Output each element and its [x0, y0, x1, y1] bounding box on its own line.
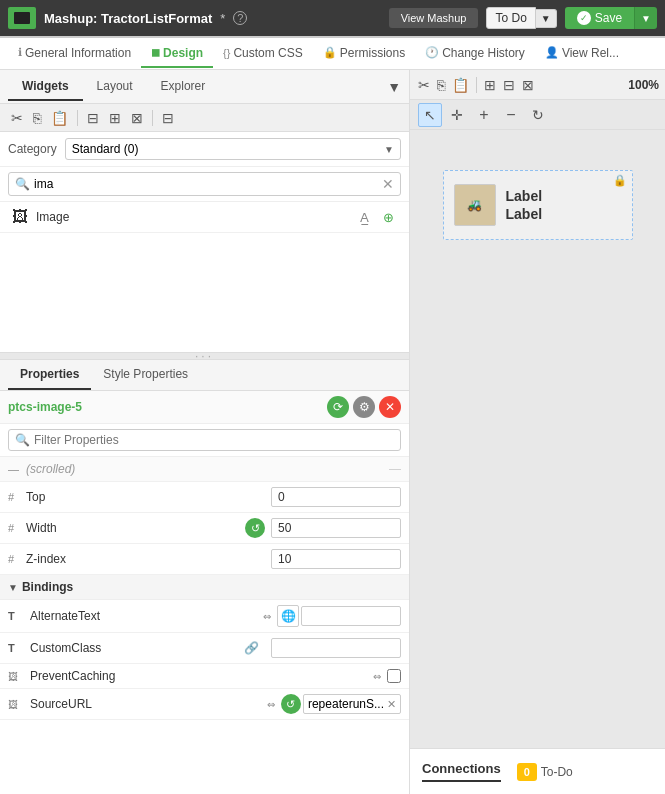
close-widget-button[interactable]: ✕	[379, 396, 401, 418]
canvas-widget[interactable]: 🚜 Label Label 🔒	[443, 170, 633, 240]
header-title: Mashup: TractorListFormat	[44, 11, 212, 26]
search-wrap: 🔍 ✕	[8, 172, 401, 196]
canvas-area[interactable]: 🚜 Label Label 🔒	[410, 130, 665, 748]
tab-general-information[interactable]: ℹ General Information	[8, 40, 141, 68]
tab-layout[interactable]: Layout	[83, 73, 147, 101]
prop-value-width[interactable]	[271, 518, 401, 538]
bindings-label: Bindings	[22, 580, 73, 594]
paste-icon[interactable]: 📋	[48, 109, 71, 127]
copy-canvas-icon[interactable]: ⎘	[435, 76, 447, 94]
prop-row-prevent-caching: 🖼 PreventCaching ⇔	[0, 664, 409, 689]
widget-list: 🖼 Image A̲ ⊕	[0, 202, 409, 352]
align-right-icon[interactable]: ⊠	[128, 109, 146, 127]
canvas-lock-icon: 🔒	[613, 174, 627, 187]
settings-button[interactable]: ⚙	[353, 396, 375, 418]
filter-input-wrap: 🔍	[8, 429, 401, 451]
remove-tool[interactable]: −	[499, 103, 523, 127]
source-url-value-wrap: ↺ repeaterunS... ✕	[281, 694, 401, 714]
selected-widget-name: ptcs-image-5	[8, 400, 327, 414]
todo-button-group: To Do ▼	[486, 7, 556, 29]
header-help[interactable]: ?	[233, 11, 247, 25]
grid-icon[interactable]: ⊞	[482, 76, 498, 94]
cut-canvas-icon[interactable]: ✂	[416, 76, 432, 94]
prop-value-top[interactable]	[271, 487, 401, 507]
align-left-icon[interactable]: ⊟	[84, 109, 102, 127]
prop-row-truncated: — (scrolled) —	[0, 457, 409, 482]
info-icon: ℹ	[18, 46, 22, 59]
widget-text-icon[interactable]: A̲	[357, 209, 372, 226]
align-center-icon[interactable]: ⊞	[106, 109, 124, 127]
chart-icon[interactable]: ⊟	[501, 76, 517, 94]
width-refresh-button[interactable]: ↺	[245, 518, 265, 538]
todo-button[interactable]: To Do	[486, 7, 535, 29]
canvas-label2: Label	[506, 206, 543, 222]
tab-design[interactable]: ◼ Design	[141, 40, 213, 68]
copy-icon[interactable]: ⎘	[30, 109, 44, 127]
widget-drag-icon[interactable]: ⊕	[380, 209, 397, 226]
search-clear-icon[interactable]: ✕	[382, 176, 394, 192]
binding-icon-cc: 🔗	[244, 641, 259, 655]
main-content: Widgets Layout Explorer ▼ ✂ ⎘ 📋 ⊟ ⊞ ⊠ ⊟ …	[0, 70, 665, 794]
properties-list: — (scrolled) — # Top # Width ↺	[0, 457, 409, 794]
tag-close-icon[interactable]: ✕	[387, 698, 396, 711]
right-panel: ✂ ⎘ 📋 ⊞ ⊟ ⊠ 100% ↖ ✛ + − ↻ 🚜	[410, 70, 665, 794]
custom-class-input[interactable]	[271, 638, 401, 658]
tab-style-properties[interactable]: Style Properties	[91, 360, 200, 390]
widget-item[interactable]: 🖼 Image A̲ ⊕	[0, 202, 409, 233]
tab-explorer[interactable]: Explorer	[147, 73, 220, 101]
tab-permissions[interactable]: 🔒 Permissions	[313, 40, 415, 68]
binding-arrow-su: ⇔	[267, 699, 275, 710]
hash-icon-zindex: #	[8, 553, 20, 565]
save-icon: ✓	[577, 11, 591, 25]
prop-row-alternate-text: T AlternateText ⇔ 🌐	[0, 600, 409, 633]
css-icon: {}	[223, 47, 230, 59]
tab-change-history[interactable]: 🕐 Change History	[415, 40, 535, 68]
tab-custom-css[interactable]: {} Custom CSS	[213, 40, 313, 68]
search-input[interactable]	[34, 177, 378, 191]
format-icon[interactable]: ⊟	[159, 109, 177, 127]
prop-tab-bar: Properties Style Properties	[0, 360, 409, 391]
prop-value-zindex[interactable]	[271, 549, 401, 569]
canvas-sep1	[476, 77, 477, 93]
settings-canvas-icon[interactable]: ⊠	[520, 76, 536, 94]
move-tool[interactable]: ✛	[445, 103, 469, 127]
prop-name-su: SourceURL	[30, 697, 261, 711]
todo-dropdown-button[interactable]: ▼	[536, 9, 557, 28]
view-mashup-button[interactable]: View Mashup	[389, 8, 479, 28]
canvas-label-stack: Label Label	[506, 188, 543, 222]
bindings-arrow-icon: ▼	[8, 582, 18, 593]
connections-tab[interactable]: Connections	[422, 761, 501, 782]
panel-resize-handle[interactable]: ···	[0, 352, 409, 360]
binding-arrow-alt: ⇔	[263, 611, 271, 622]
prop-name-pc: PreventCaching	[30, 669, 367, 683]
prevent-caching-checkbox[interactable]	[387, 669, 401, 683]
globe-button-alt[interactable]: 🌐	[277, 605, 299, 627]
add-tool[interactable]: +	[472, 103, 496, 127]
share-button[interactable]: ⟳	[327, 396, 349, 418]
alt-text-input[interactable]	[301, 606, 401, 626]
sep2	[152, 110, 153, 126]
canvas-toolbar: ✂ ⎘ 📋 ⊞ ⊟ ⊠ 100%	[410, 70, 665, 100]
rotate-tool[interactable]: ↻	[526, 103, 550, 127]
select-tool[interactable]: ↖	[418, 103, 442, 127]
cut-icon[interactable]: ✂	[8, 109, 26, 127]
sep1	[77, 110, 78, 126]
tab-widgets[interactable]: Widgets	[8, 73, 83, 101]
category-select[interactable]: Standard (0) ▼	[65, 138, 401, 160]
widget-panel-dropdown[interactable]: ▼	[387, 79, 401, 95]
prop-name-alt: AlternateText	[30, 609, 257, 623]
save-dropdown-button[interactable]: ▼	[634, 7, 657, 29]
todo-tab[interactable]: 0 To-Do	[517, 763, 573, 781]
design-icon: ◼	[151, 46, 160, 59]
tab-view-rel[interactable]: 👤 View Rel...	[535, 40, 629, 68]
type-icon-alt: T	[8, 610, 24, 622]
source-refresh-button[interactable]: ↺	[281, 694, 301, 714]
header-modified: *	[220, 11, 225, 26]
bindings-section[interactable]: ▼ Bindings	[0, 575, 409, 600]
filter-search-icon: 🔍	[15, 433, 30, 447]
tab-properties[interactable]: Properties	[8, 360, 91, 390]
filter-input[interactable]	[34, 433, 394, 447]
save-button[interactable]: ✓ Save	[565, 7, 634, 29]
paste-canvas-icon[interactable]: 📋	[450, 76, 471, 94]
prop-value-alt-wrap: 🌐	[277, 605, 401, 627]
